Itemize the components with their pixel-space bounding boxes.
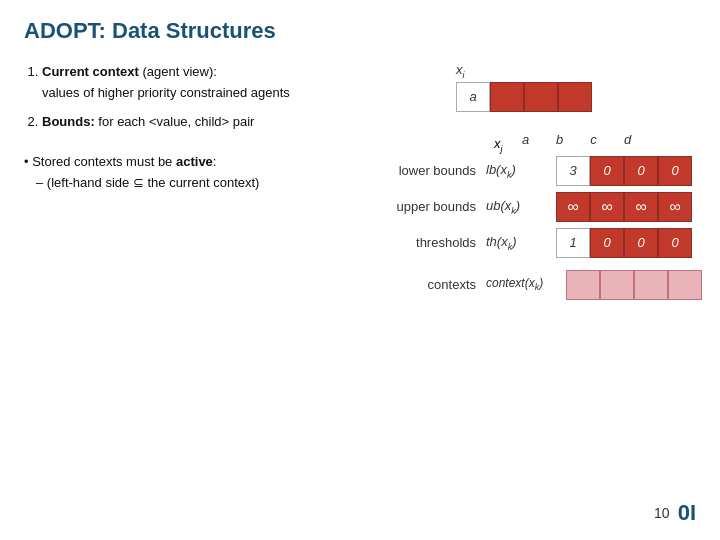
th-cell-2: 0 xyxy=(624,228,658,258)
ub-cell-1: ∞ xyxy=(590,192,624,222)
bullet-dot: • xyxy=(24,154,32,169)
ub-cell-3: ∞ xyxy=(658,192,692,222)
bullet-section: • Stored contexts must be active: – (lef… xyxy=(24,152,366,194)
header-d: d xyxy=(611,128,645,152)
lower-bounds-formula: lb(xk) xyxy=(486,162,556,180)
lower-bounds-cells: 3 0 0 0 xyxy=(556,156,692,186)
ub-cell-0: ∞ xyxy=(556,192,590,222)
contexts-cells xyxy=(566,270,702,300)
header-b: b xyxy=(543,128,577,152)
lb-cell-1: 0 xyxy=(590,156,624,186)
contexts-formula: context(xk) xyxy=(486,276,566,292)
top-cell-a: a xyxy=(456,82,490,112)
item1-rest: (agent view): xyxy=(142,64,216,79)
upper-bounds-formula: ub(xk) xyxy=(486,198,556,216)
header-a: a xyxy=(509,128,543,152)
contexts-row: contexts context(xk) xyxy=(376,270,696,300)
ctx-cell-2 xyxy=(634,270,668,300)
upper-bounds-label: upper bounds xyxy=(376,199,486,214)
lb-cell-3: 0 xyxy=(658,156,692,186)
item2-rest: for each <value, child> pair xyxy=(98,114,254,129)
lower-bounds-row: lower bounds lb(xk) 3 0 0 0 xyxy=(376,156,696,186)
top-cell-r2 xyxy=(524,82,558,112)
ctx-cell-3 xyxy=(668,270,702,300)
th-cell-1: 0 xyxy=(590,228,624,258)
header-row: a b c d xyxy=(509,128,645,152)
ctx-cell-1 xyxy=(600,270,634,300)
upper-bounds-row: upper bounds ub(xk) ∞ ∞ ∞ ∞ xyxy=(376,192,696,222)
footer: 10 0I xyxy=(654,500,696,526)
item2-bold: Bounds: xyxy=(42,114,95,129)
grid-top: a xyxy=(456,82,696,112)
header-c: c xyxy=(577,128,611,152)
contexts-label: contexts xyxy=(376,277,486,292)
bullet-bold: active xyxy=(176,154,213,169)
thresholds-label: thresholds xyxy=(376,235,486,250)
thresholds-formula: th(xk) xyxy=(486,234,556,252)
item1-bold: Current context xyxy=(42,64,139,79)
item1-sub: values of higher priority constrained ag… xyxy=(42,85,290,100)
lb-cell-2: 0 xyxy=(624,156,658,186)
bullet-text: Stored contexts must be xyxy=(32,154,172,169)
ctx-cell-0 xyxy=(566,270,600,300)
upper-bounds-cells: ∞ ∞ ∞ ∞ xyxy=(556,192,692,222)
bullet-colon: : xyxy=(213,154,217,169)
thresholds-row: thresholds th(xk) 1 0 0 0 xyxy=(376,228,696,258)
ub-cell-2: ∞ xyxy=(624,192,658,222)
content-area: Current context (agent view): values of … xyxy=(24,62,696,306)
page-title: ADOPT: Data Structures xyxy=(24,18,696,44)
bounds-area: xj a b c d lower bounds lb(xk) xyxy=(376,128,696,300)
list-item-1: Current context (agent view): values of … xyxy=(42,62,366,104)
thresholds-cells: 1 0 0 0 xyxy=(556,228,692,258)
lb-cell-0: 3 xyxy=(556,156,590,186)
page-number: 10 xyxy=(654,505,670,521)
th-cell-3: 0 xyxy=(658,228,692,258)
sub-bullet: – (left-hand side ⊆ the current context) xyxy=(24,175,259,190)
list-item-2: Bounds: for each <value, child> pair xyxy=(42,112,366,133)
top-cell-r3 xyxy=(558,82,592,112)
xj-label: xj xyxy=(494,136,503,154)
top-cell-r1 xyxy=(490,82,524,112)
th-cell-0: 1 xyxy=(556,228,590,258)
xi-label-top: xi xyxy=(456,62,696,80)
left-column: Current context (agent view): values of … xyxy=(24,62,366,306)
logo: 0I xyxy=(678,500,696,526)
page: ADOPT: Data Structures Current context (… xyxy=(0,0,720,540)
lower-bounds-label: lower bounds xyxy=(376,163,486,178)
right-column: xi a xj a b c d xyxy=(366,62,696,306)
